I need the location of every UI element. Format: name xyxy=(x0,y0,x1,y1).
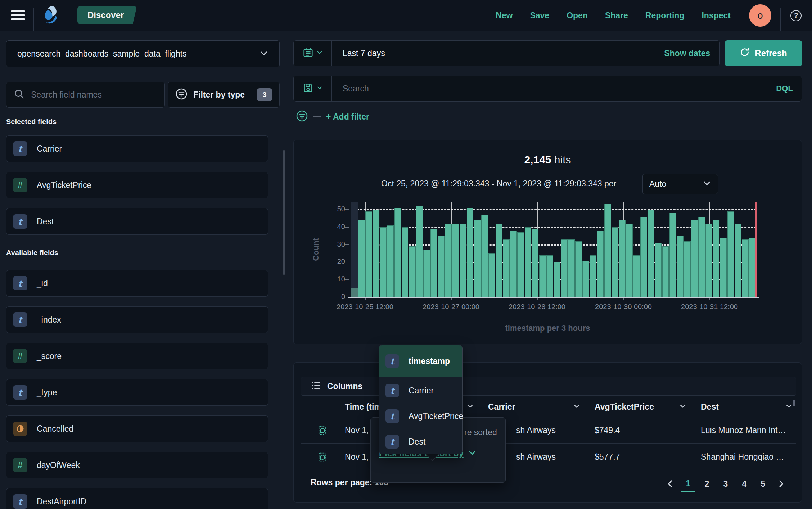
histogram-bar[interactable] xyxy=(430,229,437,297)
nav-link-reporting[interactable]: Reporting xyxy=(645,11,685,21)
histogram-bar[interactable] xyxy=(626,224,633,297)
histogram-bar[interactable] xyxy=(612,227,618,297)
page-button-3[interactable]: 3 xyxy=(719,476,732,492)
histogram-bar[interactable] xyxy=(662,246,669,297)
histogram-bar[interactable] xyxy=(488,253,495,297)
histogram-bar[interactable] xyxy=(503,239,510,297)
field-item-_score[interactable]: #_score xyxy=(6,343,268,369)
histogram-bar[interactable] xyxy=(575,241,582,297)
previous-page-button[interactable] xyxy=(664,476,676,492)
histogram-bar[interactable] xyxy=(698,217,705,297)
histogram-bar[interactable] xyxy=(561,239,568,297)
popup-field-carrier[interactable]: tCarrier xyxy=(379,380,462,401)
histogram-bar[interactable] xyxy=(373,210,379,297)
histogram-bar[interactable] xyxy=(590,255,596,297)
field-item-_index[interactable]: t_index xyxy=(6,306,268,333)
col-expand-cell[interactable] xyxy=(308,417,336,443)
histogram-bar[interactable] xyxy=(691,220,698,297)
histogram-bar[interactable] xyxy=(582,261,589,297)
histogram-bar[interactable] xyxy=(409,246,416,297)
histogram-bar[interactable] xyxy=(735,224,741,297)
histogram-bar[interactable] xyxy=(677,236,684,297)
histogram-bar[interactable] xyxy=(648,210,654,297)
page-button-5[interactable]: 5 xyxy=(756,476,770,492)
histogram-bar[interactable] xyxy=(358,220,365,297)
histogram-bar[interactable] xyxy=(597,231,604,297)
histogram-bar[interactable] xyxy=(532,229,539,297)
histogram-bar[interactable] xyxy=(510,231,517,297)
histogram-bar[interactable] xyxy=(380,227,387,297)
histogram-bar[interactable] xyxy=(460,224,466,297)
interval-select[interactable]: Auto xyxy=(642,174,718,194)
field-item-_type[interactable]: t_type xyxy=(6,379,268,406)
histogram-bar[interactable] xyxy=(633,255,640,297)
histogram-bar[interactable] xyxy=(568,239,575,297)
histogram-bar[interactable] xyxy=(604,204,611,297)
histogram-bar[interactable] xyxy=(387,225,394,297)
histogram-bar[interactable] xyxy=(554,262,560,297)
chevron-down-icon[interactable] xyxy=(466,402,474,412)
search-query-input[interactable]: Search xyxy=(332,84,767,94)
popup-field-timestamp[interactable]: ttimestamp xyxy=(379,351,462,371)
histogram-bar[interactable] xyxy=(684,241,691,297)
partial-leading-bar[interactable] xyxy=(351,288,358,297)
histogram-bar[interactable] xyxy=(517,232,524,297)
histogram-bar[interactable] xyxy=(445,224,452,297)
menu-hamburger-icon[interactable] xyxy=(11,10,25,21)
show-dates-button[interactable]: Show dates xyxy=(664,49,719,58)
histogram-bar[interactable] xyxy=(402,227,409,297)
histogram-bar[interactable] xyxy=(546,255,553,297)
field-item-_id[interactable]: t_id xyxy=(6,270,268,297)
histogram-bar[interactable] xyxy=(669,213,676,297)
sidebar-scrollbar[interactable] xyxy=(283,150,285,275)
histogram-bar[interactable] xyxy=(394,208,401,297)
nav-link-open[interactable]: Open xyxy=(567,11,588,21)
columns-button[interactable]: Columns xyxy=(327,382,362,391)
histogram-bar[interactable] xyxy=(749,238,756,297)
query-language-button[interactable]: DQL xyxy=(767,76,802,101)
page-button-1[interactable]: 1 xyxy=(681,476,695,492)
nav-link-save[interactable]: Save xyxy=(530,11,549,21)
col-expand-cell[interactable] xyxy=(308,444,336,470)
histogram-bar[interactable] xyxy=(481,215,488,297)
histogram-bar[interactable] xyxy=(525,227,532,297)
index-pattern-select[interactable]: opensearch_dashboards_sample_data_flight… xyxy=(6,40,280,67)
histogram-bar[interactable] xyxy=(655,243,662,297)
histogram-bar[interactable] xyxy=(474,220,481,297)
histogram-bar[interactable] xyxy=(467,208,474,297)
popup-field-dest[interactable]: tDest xyxy=(379,432,462,452)
field-item-Cancelled[interactable]: Cancelled xyxy=(6,415,268,442)
saved-queries-button[interactable] xyxy=(294,76,332,101)
histogram-bar[interactable] xyxy=(416,206,423,297)
chevron-down-icon[interactable] xyxy=(679,402,687,412)
field-item-dayOfWeek[interactable]: #dayOfWeek xyxy=(6,452,268,478)
popup-field-avgticketprice[interactable]: tAvgTicketPrice xyxy=(379,406,462,426)
table-header-dest[interactable]: Dest xyxy=(692,397,798,417)
histogram-bar[interactable] xyxy=(713,220,719,297)
field-search-input[interactable]: Search field names xyxy=(6,82,165,108)
help-icon[interactable]: ? xyxy=(790,10,802,21)
field-item-Dest[interactable]: tDest xyxy=(6,208,268,235)
refresh-button[interactable]: Refresh xyxy=(725,40,802,66)
page-button-2[interactable]: 2 xyxy=(700,476,714,492)
time-range-value[interactable]: Last 7 days xyxy=(332,49,664,58)
histogram-bar[interactable] xyxy=(452,224,459,297)
table-header-avgticketprice[interactable]: AvgTicketPrice xyxy=(586,397,692,417)
histogram-bar[interactable] xyxy=(539,255,546,297)
filter-by-type-button[interactable]: Filter by type 3 xyxy=(168,82,280,108)
field-item-AvgTicketPrice[interactable]: #AvgTicketPrice xyxy=(6,172,268,198)
nav-link-new[interactable]: New xyxy=(496,11,513,21)
histogram-bar[interactable] xyxy=(727,211,734,297)
histogram-bar[interactable] xyxy=(438,236,445,297)
chevron-down-icon[interactable] xyxy=(573,402,581,412)
user-avatar[interactable]: o xyxy=(749,4,771,27)
histogram-bar[interactable] xyxy=(496,224,502,297)
histogram-bar[interactable] xyxy=(423,250,430,297)
field-item-Carrier[interactable]: tCarrier xyxy=(6,135,268,162)
nav-link-share[interactable]: Share xyxy=(605,11,628,21)
histogram-bar[interactable] xyxy=(720,238,727,297)
histogram-bar[interactable] xyxy=(640,217,647,297)
quick-select-date-button[interactable] xyxy=(294,41,332,66)
next-page-button[interactable] xyxy=(775,476,787,492)
histogram-bar[interactable] xyxy=(365,211,372,297)
